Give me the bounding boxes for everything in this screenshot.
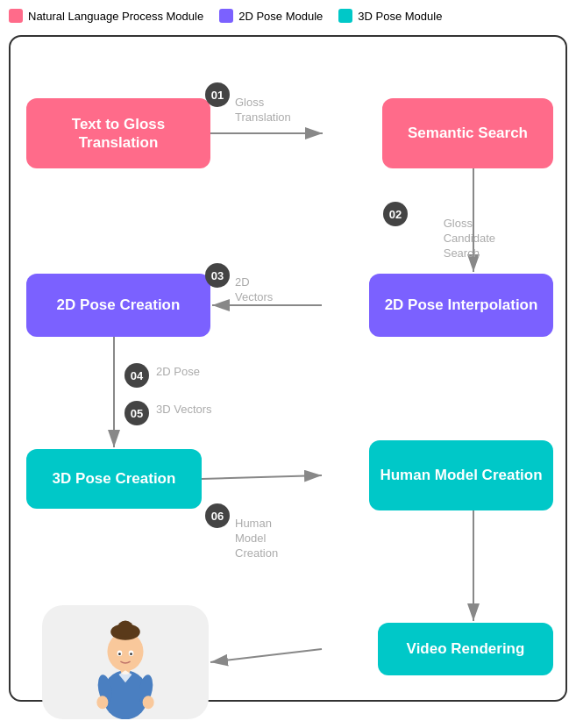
legend-dot-3d <box>338 9 352 23</box>
legend-label-nlp: Natural Language Process Module <box>28 10 203 23</box>
step-badge-01: 01 <box>205 82 230 107</box>
step-label-01: Gloss Translation <box>235 81 291 125</box>
legend-label-3d: 3D Pose Module <box>358 10 442 23</box>
box-2d-pose-creation-label: 2D Pose Creation <box>57 296 181 314</box>
avatar-box <box>42 605 209 719</box>
avatar-figure <box>73 605 178 719</box>
box-2d-pose-creation: 2D Pose Creation <box>26 274 210 337</box>
svg-point-12 <box>96 696 108 709</box>
step-badge-05: 05 <box>124 401 149 425</box>
legend-item-3d: 3D Pose Module <box>338 9 442 23</box>
diagram: Text to GlossTranslation Semantic Search… <box>9 35 567 702</box>
box-human-model-creation: Human Model Creation <box>369 440 553 510</box>
step-label-04: 2D Pose <box>156 365 200 380</box>
box-2d-pose-interpolation: 2D Pose Interpolation <box>369 274 553 337</box>
legend-item-nlp: Natural Language Process Module <box>9 9 203 23</box>
step-badge-06: 06 <box>205 503 230 528</box>
box-human-model-creation-label: Human Model Creation <box>380 466 542 484</box>
legend-label-2d: 2D Pose Module <box>238 10 323 23</box>
box-3d-pose-creation: 3D Pose Creation <box>26 449 202 509</box>
step-badge-03: 03 <box>205 263 230 288</box>
arrow-06 <box>202 475 322 479</box>
legend-dot-nlp <box>9 9 23 23</box>
box-2d-pose-interpolation-label: 2D Pose Interpolation <box>385 296 538 314</box>
step-badge-02: 02 <box>383 202 408 226</box>
legend-dot-2d <box>219 9 233 23</box>
step-badge-04: 04 <box>124 363 149 388</box>
arrow-08 <box>210 649 322 662</box>
svg-point-4 <box>117 620 134 637</box>
svg-point-13 <box>143 696 154 709</box>
box-video-rendering: Video Rendering <box>378 623 553 675</box>
box-semantic-search-label: Semantic Search <box>408 124 528 142</box>
step-label-06: Human Model Creation <box>235 502 278 561</box>
legend: Natural Language Process Module 2D Pose … <box>9 9 567 23</box>
step-label-03: 2D Vectors <box>235 261 273 305</box>
box-text-to-gloss-label: Text to GlossTranslation <box>72 115 165 153</box>
box-3d-pose-creation-label: 3D Pose Creation <box>53 469 176 488</box>
step-label-02: Gloss Candidate Search <box>444 202 495 261</box>
svg-point-7 <box>118 653 121 655</box>
box-semantic-search: Semantic Search <box>382 98 553 168</box>
box-video-rendering-label: Video Rendering <box>407 639 525 658</box>
step-label-05: 3D Vectors <box>156 403 212 418</box>
svg-point-8 <box>130 653 132 655</box>
box-text-to-gloss: Text to GlossTranslation <box>26 98 210 168</box>
legend-item-2d: 2D Pose Module <box>219 9 323 23</box>
